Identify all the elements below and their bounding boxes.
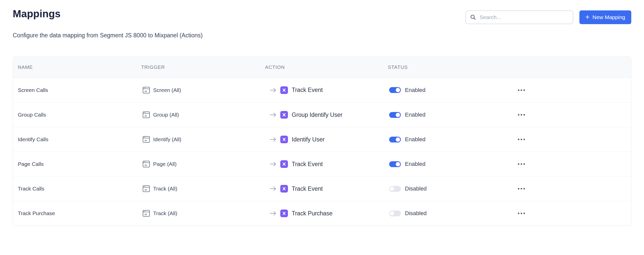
mixpanel-icon [280,185,288,193]
mapping-name: Screen Calls [18,87,48,93]
arrow-right-icon [270,162,276,167]
toggle-knob [396,137,400,142]
mapping-name: Group Calls [18,112,46,118]
mapping-name: Identify Calls [18,136,48,142]
table-row: Screen Calls JS Screen (All) Track [13,78,631,102]
status-toggle[interactable] [389,87,401,93]
status-label: Disabled [405,210,427,217]
toggle-knob [396,88,400,92]
kebab-menu-icon[interactable] [516,137,526,142]
table-header-row: NAME TRIGGER ACTION STATUS [13,57,631,78]
trigger-cell: JS Screen (All) [141,87,265,93]
mixpanel-icon [280,160,288,168]
action-cell: Track Event [265,185,388,193]
kebab-menu-icon[interactable] [516,113,526,117]
header-controls: + New Mapping [465,10,631,24]
table-row: Identify Calls JS Identify (All) Id [13,127,631,152]
menu-cell [506,137,631,142]
toggle-knob [396,162,400,166]
trigger-cell: JS Identify (All) [141,136,265,143]
action-cell: Track Event [265,86,388,94]
name-cell: Track Calls [13,186,141,192]
kebab-menu-icon[interactable] [516,211,526,216]
mapping-name: Track Calls [18,186,44,192]
svg-text:JS: JS [144,139,147,142]
status-cell: Enabled [388,136,506,143]
action-label: Identify User [292,136,325,143]
column-header-trigger: TRIGGER [141,65,265,70]
status-cell: Disabled [388,210,506,217]
name-cell: Track Purchase [13,210,141,216]
trigger-label: Screen (All) [153,87,181,93]
js-source-icon: JS [143,161,150,167]
trigger-cell: JS Track (All) [141,185,265,192]
mixpanel-icon [280,86,288,94]
new-mapping-button[interactable]: + New Mapping [579,10,631,24]
arrow-right-icon [270,137,276,142]
js-source-icon: JS [143,136,150,143]
mapping-name: Track Purchase [18,210,55,216]
action-label: Track Event [292,87,323,93]
svg-text:JS: JS [144,189,147,191]
status-toggle[interactable] [389,112,401,118]
trigger-cell: JS Page (All) [141,161,265,167]
search-box[interactable] [465,10,573,24]
name-cell: Screen Calls [13,87,141,93]
status-toggle[interactable] [389,161,401,167]
kebab-menu-icon[interactable] [516,162,526,166]
action-cell: Identify User [265,136,388,143]
menu-cell [506,211,631,216]
new-mapping-label: New Mapping [593,14,625,20]
table-row: Group Calls JS Group (All) Group Id [13,102,631,127]
kebab-menu-icon[interactable] [516,186,526,191]
trigger-label: Track (All) [153,186,177,192]
action-cell: Track Event [265,160,388,168]
trigger-cell: JS Group (All) [141,111,265,118]
menu-cell [506,113,631,117]
status-toggle[interactable] [389,137,401,142]
js-source-icon: JS [143,87,150,93]
svg-text:JS: JS [144,213,147,216]
trigger-label: Group (All) [153,112,179,118]
column-header-name: NAME [13,65,141,70]
name-cell: Group Calls [13,112,141,118]
action-cell: Track Purchase [265,210,388,217]
arrow-right-icon [270,88,276,93]
toggle-knob [390,211,394,216]
menu-cell [506,186,631,191]
action-label: Track Purchase [292,210,332,217]
menu-cell [506,162,631,166]
js-source-icon: JS [143,185,150,192]
search-input[interactable] [480,14,569,20]
toggle-knob [396,113,400,117]
svg-text:JS: JS [144,164,147,166]
trigger-label: Track (All) [153,210,177,216]
status-cell: Enabled [388,111,506,118]
mixpanel-icon [280,210,288,217]
status-label: Enabled [405,136,426,143]
menu-cell [506,88,631,92]
trigger-label: Identify (All) [153,136,181,142]
table-row: Track Calls JS Track (All) Track Ev [13,176,631,201]
svg-text:JS: JS [144,115,147,117]
name-cell: Identify Calls [13,136,141,142]
status-label: Enabled [405,87,426,93]
table-body: Screen Calls JS Screen (All) Track [13,78,631,226]
status-cell: Enabled [388,87,506,93]
status-toggle[interactable] [389,186,401,192]
plus-icon: + [586,14,590,21]
page-header: Mappings + New Mapping [0,0,644,24]
mixpanel-icon [280,111,288,119]
action-label: Group Identify User [292,111,342,118]
status-toggle[interactable] [389,211,401,216]
table-row: Page Calls JS Page (All) Track Even [13,152,631,176]
action-label: Track Event [292,185,323,192]
column-header-action: ACTION [265,65,388,70]
arrow-right-icon [270,211,276,216]
trigger-label: Page (All) [153,161,177,167]
kebab-menu-icon[interactable] [516,88,526,92]
status-label: Enabled [405,111,426,118]
arrow-right-icon [270,112,276,117]
status-label: Disabled [405,185,427,192]
page-title: Mappings [13,8,61,20]
